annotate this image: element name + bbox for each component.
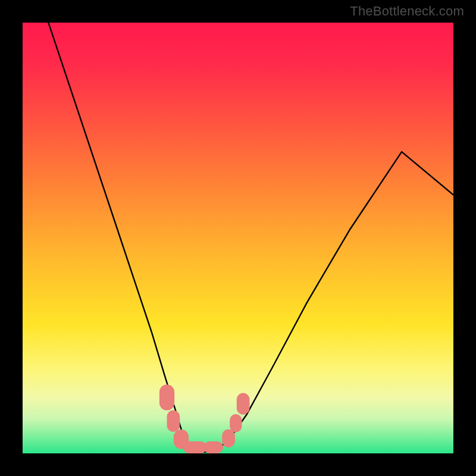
curve-marker bbox=[183, 441, 207, 453]
curve-markers bbox=[159, 384, 250, 453]
chart-container: TheBottleneck.com bbox=[0, 0, 476, 476]
curve-marker bbox=[167, 411, 180, 432]
watermark-text: TheBottleneck.com bbox=[350, 4, 464, 19]
curve-marker bbox=[237, 393, 250, 415]
plot-area bbox=[23, 23, 453, 453]
curve-marker bbox=[230, 414, 242, 432]
curve-marker bbox=[159, 384, 174, 410]
curve-marker bbox=[222, 430, 235, 447]
chart-svg bbox=[23, 23, 453, 453]
curve-marker bbox=[203, 441, 223, 453]
bottleneck-curve bbox=[48, 23, 453, 452]
